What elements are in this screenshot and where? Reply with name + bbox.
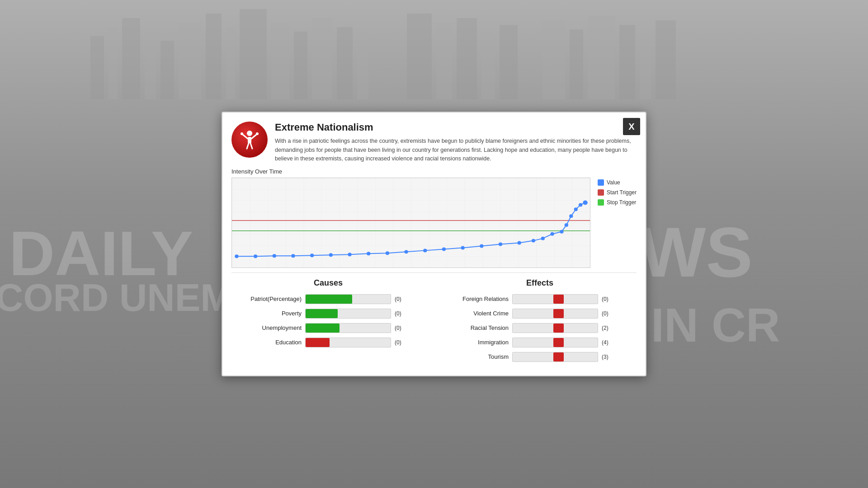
cause-label-unemployment: Unemployment xyxy=(231,324,302,331)
cause-bar-fill-poverty xyxy=(306,309,338,318)
effect-bar-violent-crime xyxy=(512,309,598,319)
effect-bar-fill-racial-tension xyxy=(553,324,564,333)
cause-row-education: Education (0) xyxy=(231,338,425,347)
svg-point-54 xyxy=(541,236,545,240)
modal-overlay: Extreme Nationalism With a rise in patri… xyxy=(0,0,868,488)
svg-point-41 xyxy=(310,253,314,257)
cause-bar-poverty xyxy=(305,309,391,319)
svg-point-55 xyxy=(550,232,554,235)
effect-value-immigration: (4) xyxy=(602,339,614,346)
svg-point-37 xyxy=(235,254,238,258)
effect-bar-tourism xyxy=(512,352,598,362)
cause-row-poverty: Poverty (0) xyxy=(231,309,425,319)
effect-bar-fill-violent-crime xyxy=(553,309,564,318)
effect-bar-foreign-relations xyxy=(512,294,598,304)
chart-label: Intensity Over Time xyxy=(231,168,637,175)
svg-rect-34 xyxy=(232,178,590,267)
cause-row-patriot: Patriot(Percentage) (0) xyxy=(231,294,425,304)
svg-point-61 xyxy=(583,200,587,205)
svg-point-38 xyxy=(254,254,257,258)
svg-point-25 xyxy=(247,131,252,136)
effect-label-violent-crime: Violent Crime xyxy=(443,310,509,317)
chart-section: Intensity Over Time xyxy=(222,168,646,272)
effects-title: Effects xyxy=(443,278,637,288)
causes-effects-section: Causes Patriot(Percentage) (0) Poverty (… xyxy=(222,273,646,375)
svg-point-47 xyxy=(423,249,427,252)
effect-row-foreign-relations: Foreign Relations (0) xyxy=(443,294,637,304)
chart-svg xyxy=(232,178,590,267)
svg-point-53 xyxy=(532,239,535,242)
effect-value-violent-crime: (0) xyxy=(602,310,614,317)
effect-bar-racial-tension xyxy=(512,323,598,333)
legend-start-label: Start Trigger xyxy=(607,189,637,196)
legend-start-trigger: Start Trigger xyxy=(598,189,637,196)
cause-value-education: (0) xyxy=(395,339,407,346)
cause-bar-education xyxy=(305,338,391,347)
svg-point-52 xyxy=(517,241,521,244)
modal-title: Extreme Nationalism xyxy=(275,122,637,133)
legend-value-dot xyxy=(598,179,604,186)
effect-value-racial-tension: (2) xyxy=(602,325,614,331)
modal-title-block: Extreme Nationalism With a rise in patri… xyxy=(275,122,637,163)
cause-row-unemployment: Unemployment (0) xyxy=(231,323,425,333)
svg-rect-26 xyxy=(248,137,251,143)
effect-bar-fill-tourism xyxy=(553,352,564,361)
effect-bar-immigration xyxy=(512,338,598,347)
cause-bar-patriot xyxy=(305,294,391,304)
effect-label-racial-tension: Racial Tension xyxy=(443,324,509,331)
cause-value-patriot: (0) xyxy=(395,296,407,302)
svg-point-40 xyxy=(291,254,295,258)
effect-label-immigration: Immigration xyxy=(443,339,509,346)
svg-point-39 xyxy=(273,254,276,258)
svg-point-43 xyxy=(348,253,351,256)
legend-stop-trigger: Stop Trigger xyxy=(598,199,637,206)
cause-label-patriot: Patriot(Percentage) xyxy=(231,296,302,302)
svg-point-48 xyxy=(442,247,446,251)
svg-point-57 xyxy=(565,223,568,227)
legend-value-label: Value xyxy=(607,179,620,186)
legend-value: Value xyxy=(598,179,637,186)
effect-row-racial-tension: Racial Tension (2) xyxy=(443,323,637,333)
svg-point-42 xyxy=(329,253,333,257)
causes-title: Causes xyxy=(231,278,425,288)
close-button[interactable]: X xyxy=(623,118,640,135)
legend-start-dot xyxy=(598,189,604,196)
svg-point-60 xyxy=(579,203,582,206)
effect-row-tourism: Tourism (3) xyxy=(443,352,637,362)
svg-point-30 xyxy=(256,132,259,135)
legend-stop-dot xyxy=(598,199,604,206)
modal-description: With a rise in patriotic feelings across… xyxy=(275,137,637,163)
svg-line-27 xyxy=(242,134,248,139)
svg-point-46 xyxy=(404,250,408,253)
cause-bar-fill-patriot xyxy=(306,295,352,304)
cause-bar-fill-unemployment xyxy=(306,324,340,333)
svg-line-28 xyxy=(251,134,257,139)
svg-line-31 xyxy=(247,143,249,149)
effect-bar-fill-immigration xyxy=(553,338,564,347)
modal-icon xyxy=(231,122,268,158)
chart-legend: Value Start Trigger Stop Trigger xyxy=(598,178,637,206)
modal-header: Extreme Nationalism With a rise in patri… xyxy=(222,113,646,168)
chart-area xyxy=(231,178,590,268)
effect-value-tourism: (3) xyxy=(602,354,614,360)
svg-point-50 xyxy=(480,244,483,248)
legend-stop-label: Stop Trigger xyxy=(607,199,636,206)
svg-point-29 xyxy=(241,132,243,135)
nationalism-icon xyxy=(238,128,261,151)
causes-column: Causes Patriot(Percentage) (0) Poverty (… xyxy=(231,278,425,366)
cause-value-unemployment: (0) xyxy=(395,325,407,331)
svg-point-59 xyxy=(574,207,578,211)
svg-line-32 xyxy=(250,143,252,149)
svg-point-44 xyxy=(367,252,370,255)
effects-column: Effects Foreign Relations (0) Violent Cr… xyxy=(443,278,637,366)
cause-bar-fill-education xyxy=(306,338,330,347)
svg-point-56 xyxy=(560,230,563,233)
cause-label-poverty: Poverty xyxy=(231,310,302,317)
svg-point-58 xyxy=(569,214,573,218)
effect-row-immigration: Immigration (4) xyxy=(443,338,637,347)
chart-container: Value Start Trigger Stop Trigger xyxy=(231,178,637,268)
effect-bar-fill-foreign-relations xyxy=(553,295,564,304)
effect-label-foreign-relations: Foreign Relations xyxy=(443,296,509,302)
modal-dialog: Extreme Nationalism With a rise in patri… xyxy=(222,112,646,376)
effect-value-foreign-relations: (0) xyxy=(602,296,614,302)
